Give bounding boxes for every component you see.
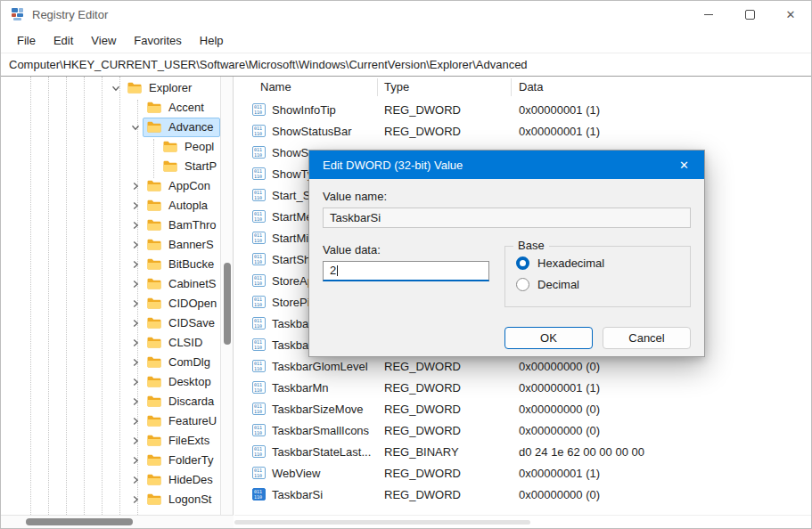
tree-item[interactable]: Desktop [1, 372, 220, 392]
value-name: WebView [272, 467, 320, 480]
tree-item[interactable]: LogonSt [1, 490, 220, 509]
chevron-right-icon[interactable] [131, 221, 140, 230]
tree-item[interactable]: AppCon [1, 176, 220, 196]
column-separator[interactable] [511, 78, 512, 96]
list-horizontal-scrollbar[interactable] [234, 515, 811, 528]
tree-item[interactable]: Explorer [1, 78, 220, 98]
dword-value-icon: 011110 [252, 189, 266, 201]
svg-text:110: 110 [254, 409, 262, 414]
chevron-right-icon[interactable] [131, 436, 140, 445]
scrollbar-thumb[interactable] [224, 263, 231, 345]
tree-item[interactable]: CIDOpen [1, 294, 220, 313]
value-name: ShowStatusBar [272, 125, 352, 138]
dword-value-icon: 011110 [252, 253, 266, 265]
dword-value-icon: 011110 [252, 424, 266, 436]
value-data: 0x00000001 (1) [519, 467, 600, 480]
value-row[interactable]: 011110WebViewREG_DWORD0x00000001 (1) [234, 463, 811, 484]
tree-horizontal-scrollbar[interactable] [1, 515, 234, 528]
chevron-right-icon[interactable] [131, 476, 140, 484]
value-row[interactable]: 011110TaskbarSizeMoveREG_DWORD0x00000000… [234, 399, 811, 420]
radio-hexadecimal[interactable]: Hexadecimal [516, 256, 690, 270]
scrollbar-thumb[interactable] [26, 518, 133, 525]
tree-item[interactable]: CIDSave [1, 313, 220, 333]
dialog-close-button[interactable]: ✕ [664, 151, 704, 179]
svg-text:110: 110 [254, 259, 262, 264]
tree-item-label: CIDOpen [168, 297, 217, 310]
radio-decimal[interactable]: Decimal [516, 278, 690, 291]
chevron-right-icon[interactable] [131, 299, 140, 308]
value-data-input[interactable]: 2 [323, 261, 489, 281]
close-button[interactable]: ✕ [770, 1, 811, 28]
tree-item[interactable]: FeatureU [1, 411, 220, 431]
chevron-right-icon[interactable] [131, 201, 140, 210]
tree-item[interactable]: BitBucke [1, 255, 220, 274]
value-row[interactable]: 011110TaskbarStateLast...REG_BINARYd0 24… [234, 442, 811, 463]
tree-item-label: Discarda [168, 395, 214, 408]
column-header-type[interactable]: Type [384, 80, 409, 94]
tree-item[interactable]: Autopla [1, 196, 220, 216]
value-row[interactable]: 011110TaskbarGlomLevelREG_DWORD0x0000000… [234, 356, 811, 378]
tree-item[interactable]: HideDes [1, 470, 220, 490]
tree-item[interactable]: StartP [1, 157, 220, 176]
value-row[interactable]: 011110ShowStatusBarREG_DWORD0x00000001 (… [234, 121, 811, 142]
tree-vertical-scrollbar[interactable] [220, 77, 234, 515]
tree-item[interactable]: Peopl [1, 137, 220, 157]
column-header-name[interactable]: Name [260, 80, 291, 94]
chevron-right-icon[interactable] [131, 417, 140, 426]
value-row[interactable]: 011110TaskbarMnREG_DWORD0x00000001 (1) [234, 378, 811, 399]
menu-favorites[interactable]: Favorites [125, 32, 190, 49]
tree-item[interactable]: Accent [1, 98, 220, 118]
cancel-button[interactable]: Cancel [603, 327, 691, 349]
chevron-right-icon[interactable] [131, 358, 140, 367]
tree-item[interactable]: FileExts [1, 431, 220, 451]
tree-item[interactable]: CLSID [1, 333, 220, 353]
value-type: REG_DWORD [384, 103, 461, 117]
menu-edit[interactable]: Edit [45, 32, 82, 49]
menu-view[interactable]: View [82, 32, 125, 49]
maximize-button[interactable] [729, 1, 770, 28]
value-name: TaskbarStateLast... [272, 445, 371, 459]
chevron-right-icon[interactable] [131, 182, 140, 191]
svg-text:110: 110 [254, 452, 262, 457]
chevron-right-icon[interactable] [131, 240, 140, 249]
tree-item[interactable]: BamThro [1, 216, 220, 235]
dialog-title: Edit DWORD (32-bit) Value [323, 159, 463, 172]
chevron-right-icon[interactable] [131, 495, 140, 504]
svg-text:110: 110 [254, 110, 262, 115]
tree-item[interactable]: FolderTy [1, 451, 220, 470]
dialog-buttons: OK Cancel [504, 327, 691, 349]
chevron-down-icon[interactable] [131, 123, 140, 132]
tree-item[interactable]: Advance [1, 118, 220, 137]
folder-icon [147, 454, 161, 466]
dialog-body: Value name: TaskbarSi Value data: 2 Base… [309, 179, 704, 356]
column-header-data[interactable]: Data [519, 80, 543, 94]
chevron-right-icon[interactable] [131, 319, 140, 328]
chevron-right-icon[interactable] [131, 338, 140, 347]
column-separator[interactable] [377, 78, 378, 96]
tree-item[interactable]: Discarda [1, 392, 220, 411]
value-row[interactable]: 011110ShowInfoTipREG_DWORD0x00000001 (1) [234, 100, 811, 121]
chevron-right-icon[interactable] [131, 260, 140, 269]
chevron-right-icon[interactable] [131, 456, 140, 465]
chevron-right-icon[interactable] [131, 280, 140, 289]
value-row[interactable]: 011110TaskbarSiREG_DWORD0x00000000 (0) [234, 484, 811, 506]
value-data: 0x00000001 (1) [519, 125, 600, 138]
chevron-right-icon[interactable] [131, 378, 140, 387]
ok-button[interactable]: OK [504, 327, 593, 349]
minimize-button[interactable] [688, 1, 729, 28]
tree-item[interactable]: BannerS [1, 235, 220, 255]
folder-icon [163, 160, 177, 172]
menu-file[interactable]: File [8, 32, 45, 49]
svg-text:110: 110 [254, 216, 262, 222]
chevron-right-icon[interactable] [131, 397, 140, 406]
tree-item-label: FolderTy [168, 453, 214, 467]
tree-item[interactable]: ComDlg [1, 353, 220, 372]
scrollbar-thumb[interactable] [234, 520, 530, 525]
chevron-down-icon[interactable] [111, 84, 120, 93]
value-row[interactable]: 011110TaskbarSmallIconsREG_DWORD0x000000… [234, 420, 811, 442]
dialog-titlebar[interactable]: Edit DWORD (32-bit) Value ✕ [309, 151, 704, 179]
folder-icon [147, 356, 161, 368]
address-bar[interactable]: Computer\HKEY_CURRENT_USER\Software\Micr… [1, 53, 811, 77]
tree-item[interactable]: CabinetS [1, 274, 220, 294]
menu-help[interactable]: Help [191, 32, 233, 49]
